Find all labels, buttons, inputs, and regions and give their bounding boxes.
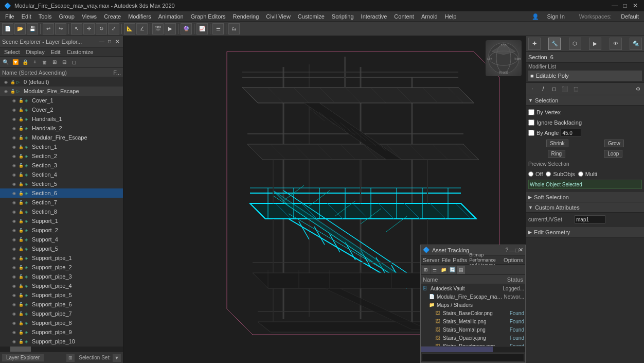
se-expand-button[interactable]: ⊞	[50, 58, 59, 67]
new-button[interactable]: 📄	[2, 23, 13, 34]
eye-icon[interactable]: ◉	[12, 265, 17, 270]
loop-button[interactable]: Loop	[604, 150, 622, 158]
scene-explorer-list[interactable]: ◉🔓▷0 (default)◉🔓▷Modular_Fire_Escape◉🔓◈C…	[0, 77, 123, 347]
eye-icon[interactable]: ◉	[12, 117, 17, 122]
eye-icon[interactable]: ◉	[4, 80, 9, 84]
eye-icon[interactable]: ◉	[12, 293, 17, 298]
se-item-support2[interactable]: ◉🔓◈Support_2	[0, 226, 123, 235]
editable-poly-modifier[interactable]: ■ Editable Poly	[528, 71, 642, 81]
menu-scripting[interactable]: Scripting	[329, 11, 357, 22]
se-item-section2[interactable]: ◉🔓◈Section_2	[0, 151, 123, 161]
se-item-section8[interactable]: ◉🔓◈Section_8	[0, 207, 123, 216]
create-tab[interactable]: ✚	[528, 38, 541, 50]
eye-icon[interactable]: ◉	[4, 89, 9, 94]
scale-button[interactable]: ⤢	[108, 23, 119, 34]
scene-explorer-scrollbar-h[interactable]	[0, 347, 123, 352]
asset-tracking-list[interactable]: 🗄Autodesk VaultLogged...📄Modular_Fire_Es…	[421, 284, 525, 346]
se-item-support_pipe8[interactable]: ◉🔓◈Support_pipe_8	[0, 318, 123, 327]
se-menu-select[interactable]: Select	[2, 49, 22, 55]
eye-icon[interactable]: ◉	[12, 163, 17, 168]
multi-radio[interactable]	[578, 171, 583, 177]
se-item-cover1[interactable]: ◉🔓◈Cover_1	[0, 96, 123, 105]
at-item[interactable]: 🖼Stairs_BaseColor.pngFound	[421, 309, 525, 317]
eye-icon[interactable]: ◉	[12, 98, 17, 103]
se-item-support5[interactable]: ◉🔓◈Support_5	[0, 244, 123, 253]
soft-selection-rollout-header[interactable]: ▶ Soft Selection	[526, 192, 644, 202]
se-item-support4[interactable]: ◉🔓◈Support_4	[0, 235, 123, 244]
se-item-support_pipe10[interactable]: ◉🔓◈Support_pipe_10	[0, 337, 123, 346]
menu-interactive[interactable]: Interactive	[358, 11, 390, 22]
open-button[interactable]: 📂	[14, 23, 26, 34]
render-button[interactable]: ▶	[165, 23, 176, 34]
undo-button[interactable]: ↩	[43, 23, 54, 34]
settings-btn[interactable]: ⚙	[633, 84, 643, 94]
shrink-button[interactable]: Shrink	[546, 140, 568, 147]
se-item-section3[interactable]: ◉🔓◈Section_3	[0, 161, 123, 170]
eye-icon[interactable]: ◉	[12, 108, 17, 112]
se-item-support_pipe6[interactable]: ◉🔓◈Support_pipe_6	[0, 300, 123, 309]
menu-animation[interactable]: Animation	[155, 11, 187, 22]
by-angle-checkbox[interactable]	[528, 130, 534, 136]
menu-file[interactable]: File	[2, 11, 17, 22]
eye-icon[interactable]: ◉	[12, 274, 17, 279]
se-item-section4[interactable]: ◉🔓◈Section_4	[0, 170, 123, 179]
ring-button[interactable]: Ring	[548, 150, 566, 158]
se-item-modular_fire_escape2[interactable]: ◉🔓◈Modular_Fire_Escape	[0, 133, 123, 142]
at-item[interactable]: 🖼Stairs_Metallic.pngFound	[421, 317, 525, 325]
se-item-default[interactable]: ◉🔓▷0 (default)	[0, 77, 123, 87]
se-find-button[interactable]: 🔍	[1, 58, 10, 67]
workspace-default[interactable]: Default	[618, 11, 642, 22]
scene-explorer-btn[interactable]: 🗂	[228, 23, 240, 34]
eye-icon[interactable]: ◉	[12, 339, 17, 344]
eye-icon[interactable]: ◉	[12, 284, 17, 288]
se-menu-display[interactable]: Display	[24, 49, 47, 55]
menu-customize[interactable]: Customize	[295, 11, 328, 22]
se-item-handrails1[interactable]: ◉🔓◈Handrails_1	[0, 114, 123, 124]
sign-in-button[interactable]: 👤 Sign In	[526, 11, 571, 22]
se-close-button[interactable]: ✕	[114, 38, 121, 45]
menu-group[interactable]: Group	[56, 11, 78, 22]
se-item-support_pipe5[interactable]: ◉🔓◈Support_pipe_5	[0, 290, 123, 300]
at-help-button[interactable]: ?	[506, 247, 509, 253]
at-item[interactable]: 📁Maps / Shaders	[421, 301, 525, 309]
poly-level-btn[interactable]: ⬛	[560, 84, 570, 94]
se-filter-button[interactable]: 🔽	[11, 58, 20, 67]
border-level-btn[interactable]: ◻	[549, 84, 559, 94]
eye-icon[interactable]: ◉	[12, 247, 17, 251]
at-restore-button[interactable]: □	[515, 247, 518, 253]
ignore-backfacing-checkbox[interactable]	[528, 119, 534, 126]
at-menu-options[interactable]: Options	[504, 257, 523, 263]
scrollbar-thumb-h[interactable]	[10, 347, 31, 352]
menu-content[interactable]: Content	[391, 11, 417, 22]
eye-icon[interactable]: ◉	[12, 182, 17, 186]
at-tool3[interactable]: 📁	[439, 266, 448, 274]
off-radio[interactable]	[528, 171, 533, 177]
layer-manager[interactable]: ☰	[212, 23, 224, 34]
se-restore-button[interactable]: □	[106, 38, 113, 45]
custom-attributes-rollout-header[interactable]: ▼ Custom Attributes	[526, 202, 644, 213]
move-button[interactable]: ✛	[83, 23, 95, 34]
eye-icon[interactable]: ◉	[12, 228, 17, 233]
se-item-section6[interactable]: ◉🔓◈Section_6	[0, 188, 123, 198]
se-item-cover2[interactable]: ◉🔓◈Cover_2	[0, 105, 123, 114]
selection-rollout-header[interactable]: ▼ Selection	[526, 95, 644, 106]
utilities-tab[interactable]: 🔩	[630, 38, 642, 50]
motion-tab[interactable]: ▶	[589, 38, 601, 50]
at-menu-server[interactable]: Server	[423, 257, 439, 263]
se-item-section7[interactable]: ◉🔓◈Section_7	[0, 198, 123, 207]
edit-geometry-rollout-header[interactable]: ▶ Edit Geometry	[526, 227, 644, 237]
se-minimize-button[interactable]: —	[98, 38, 105, 45]
menu-rendering[interactable]: Rendering	[230, 11, 262, 22]
se-item-support_pipe3[interactable]: ◉🔓◈Support_pipe_3	[0, 272, 123, 281]
footer-btn2[interactable]: ▼	[113, 354, 121, 362]
se-delete-button[interactable]: 🗑	[40, 58, 49, 67]
display-tab[interactable]: 👁	[610, 38, 622, 50]
footer-btn1[interactable]: ⊞	[66, 354, 75, 362]
eye-icon[interactable]: ◉	[12, 210, 17, 214]
at-menu-file[interactable]: File	[441, 257, 451, 263]
se-select-all-button[interactable]: ◻	[69, 58, 79, 67]
menu-help[interactable]: Help	[442, 11, 460, 22]
layer-explorer-tab[interactable]: Layer Explorer	[2, 354, 44, 361]
at-item[interactable]: 🖼Stairs_Normal.pngFound	[421, 325, 525, 334]
rotate-button[interactable]: ↻	[96, 23, 107, 34]
